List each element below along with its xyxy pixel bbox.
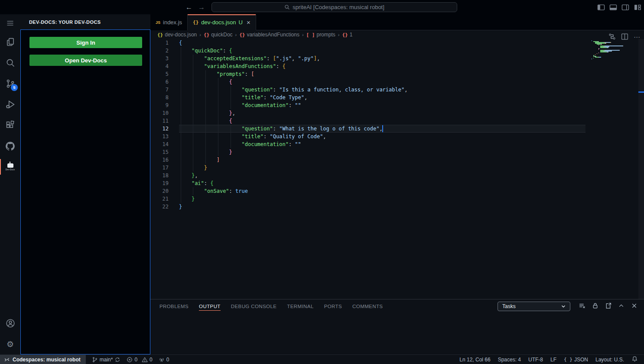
line-number[interactable]: 16 bbox=[150, 156, 169, 164]
line-number[interactable]: 22 bbox=[150, 203, 169, 211]
panel-tab-comments[interactable]: COMMENTS bbox=[352, 302, 383, 310]
line-number[interactable]: 11 bbox=[150, 117, 169, 125]
problems-status[interactable]: 0 0 bbox=[127, 357, 152, 363]
line-number[interactable]: 12 bbox=[150, 125, 169, 133]
maximize-panel-icon[interactable] bbox=[618, 302, 625, 311]
code-line-10[interactable]: 10 }, bbox=[150, 109, 644, 117]
cursor-position-status[interactable]: Ln 12, Col 66 bbox=[459, 357, 490, 363]
line-number[interactable]: 8 bbox=[150, 94, 169, 101]
panel-tab-terminal[interactable]: TERMINAL bbox=[287, 302, 313, 310]
sign-in-button[interactable]: Sign In bbox=[29, 37, 142, 48]
code-line-4[interactable]: 4 "variablesAndFunctions": { bbox=[150, 62, 644, 70]
code-line-22[interactable]: 22} bbox=[150, 203, 644, 211]
line-number[interactable]: 6 bbox=[150, 78, 169, 86]
accounts-icon[interactable] bbox=[0, 313, 20, 334]
search-icon[interactable] bbox=[0, 52, 20, 73]
open-dev-docs-button[interactable]: Open Dev-Docs bbox=[29, 55, 142, 66]
code-line-19[interactable]: 19 "ai": { bbox=[150, 179, 644, 187]
minimap[interactable] bbox=[592, 40, 626, 59]
source-control-icon[interactable]: 5 bbox=[0, 73, 20, 94]
code-line-16[interactable]: 16 ] bbox=[150, 156, 644, 164]
code-line-14[interactable]: 14 "documentation": "" bbox=[150, 140, 644, 148]
keyboard-layout-status[interactable]: Layout: U.S. bbox=[595, 357, 624, 363]
navigate-forward-icon[interactable]: → bbox=[198, 3, 205, 11]
editor-scrollbar[interactable] bbox=[638, 39, 644, 299]
encoding-status[interactable]: UTF-8 bbox=[528, 357, 543, 363]
line-number[interactable]: 13 bbox=[150, 133, 169, 140]
lock-scroll-icon[interactable] bbox=[592, 302, 599, 311]
indent-guide bbox=[181, 187, 181, 195]
extensions-icon[interactable] bbox=[0, 115, 20, 136]
clear-output-icon[interactable] bbox=[579, 302, 586, 311]
line-number[interactable]: 9 bbox=[150, 101, 169, 109]
output-channel-select[interactable]: Tasks bbox=[498, 302, 570, 311]
line-number[interactable]: 19 bbox=[150, 179, 169, 187]
indentation-status[interactable]: Spaces: 4 bbox=[498, 357, 521, 363]
notifications-bell-icon[interactable] bbox=[631, 356, 638, 364]
code-line-15[interactable]: 15 } bbox=[150, 148, 644, 156]
ports-status[interactable]: 0 bbox=[159, 357, 169, 363]
line-number[interactable]: 18 bbox=[150, 172, 169, 179]
code-line-12[interactable]: 12 "question": "What is the log o of thi… bbox=[150, 125, 644, 133]
code-line-17[interactable]: 17 } bbox=[150, 164, 644, 172]
close-panel-icon[interactable] bbox=[631, 302, 638, 311]
line-number[interactable]: 2 bbox=[150, 47, 169, 55]
breadcrumb-item[interactable]: {}variablesAndFunctions bbox=[239, 32, 299, 38]
code-line-21[interactable]: 21 } bbox=[150, 195, 644, 203]
panel-tab-problems[interactable]: PROBLEMS bbox=[159, 302, 189, 310]
errors-icon bbox=[127, 357, 133, 363]
line-number[interactable]: 10 bbox=[150, 109, 169, 117]
code-line-9[interactable]: 9 "documentation": "" bbox=[150, 101, 644, 109]
indent-guide bbox=[218, 133, 218, 140]
code-line-8[interactable]: 8 "title": "Code Type", bbox=[150, 94, 644, 101]
line-number[interactable]: 14 bbox=[150, 140, 169, 148]
line-number[interactable]: 17 bbox=[150, 164, 169, 172]
run-debug-icon[interactable] bbox=[0, 94, 20, 115]
line-number[interactable]: 20 bbox=[150, 187, 169, 195]
line-number[interactable]: 1 bbox=[150, 39, 169, 47]
breadcrumb-item[interactable]: [ ]prompts bbox=[306, 32, 335, 38]
breadcrumb-item[interactable]: {}dev-docs.json bbox=[157, 32, 197, 38]
line-number[interactable]: 7 bbox=[150, 86, 169, 94]
tab-index-js[interactable]: JS index.js bbox=[150, 14, 188, 30]
command-center-search[interactable]: spriteAI [Codespaces: musical robot] bbox=[211, 2, 457, 12]
application-menu-icon[interactable] bbox=[0, 14, 20, 32]
code-line-20[interactable]: 20 "onSave": true bbox=[150, 187, 644, 195]
toggle-sidebar-icon[interactable] bbox=[597, 4, 605, 11]
tab-dev-docs-json[interactable]: {} dev-docs.json U × bbox=[188, 14, 256, 30]
breadcrumb-item[interactable]: {}quickDoc bbox=[204, 32, 233, 38]
line-number[interactable]: 21 bbox=[150, 195, 169, 203]
code-line-2[interactable]: 2 "quickDoc": { bbox=[150, 47, 644, 55]
breadcrumb-item[interactable]: {}1 bbox=[342, 32, 352, 38]
code-line-1[interactable]: 1{ bbox=[150, 39, 644, 47]
explorer-icon[interactable] bbox=[0, 32, 20, 52]
line-number[interactable]: 4 bbox=[150, 62, 169, 70]
settings-gear-icon[interactable]: ⚙ bbox=[0, 334, 20, 354]
code-line-6[interactable]: 6 { bbox=[150, 78, 644, 86]
line-number[interactable]: 5 bbox=[150, 70, 169, 78]
git-branch-status[interactable]: main* bbox=[92, 357, 121, 363]
code-line-13[interactable]: 13 "title": "Quality of Code", bbox=[150, 133, 644, 140]
code-line-18[interactable]: 18 }, bbox=[150, 172, 644, 179]
close-tab-icon[interactable]: × bbox=[247, 19, 250, 26]
remote-indicator[interactable]: Codespaces: musical robot bbox=[0, 355, 86, 364]
code-line-11[interactable]: 11 { bbox=[150, 117, 644, 125]
line-number[interactable]: 3 bbox=[150, 55, 169, 62]
toggle-secondary-sidebar-icon[interactable] bbox=[621, 4, 629, 11]
dev-docs-extension-icon[interactable]: Dev-Docs bbox=[0, 156, 20, 177]
panel-tab-output[interactable]: OUTPUT bbox=[199, 302, 221, 311]
open-output-in-editor-icon[interactable] bbox=[605, 302, 612, 311]
navigate-back-icon[interactable]: ← bbox=[185, 3, 192, 11]
eol-status[interactable]: LF bbox=[550, 357, 556, 363]
code-line-7[interactable]: 7 "question": "Is this a function, class… bbox=[150, 86, 644, 94]
toggle-panel-icon[interactable] bbox=[609, 4, 617, 11]
panel-tab-debug-console[interactable]: DEBUG CONSOLE bbox=[231, 302, 277, 310]
code-editor[interactable]: 1{2 "quickDoc": {3 "acceptedExtensions":… bbox=[150, 39, 644, 299]
line-number[interactable]: 15 bbox=[150, 148, 169, 156]
panel-tab-ports[interactable]: PORTS bbox=[324, 302, 342, 310]
customize-layout-icon[interactable] bbox=[633, 4, 641, 11]
language-mode-status[interactable]: { } JSON bbox=[564, 357, 588, 363]
github-icon[interactable] bbox=[0, 136, 20, 156]
code-line-3[interactable]: 3 "acceptedExtensions": [".js", ".py"], bbox=[150, 55, 644, 62]
code-line-5[interactable]: 5 "prompts": [ bbox=[150, 70, 644, 78]
